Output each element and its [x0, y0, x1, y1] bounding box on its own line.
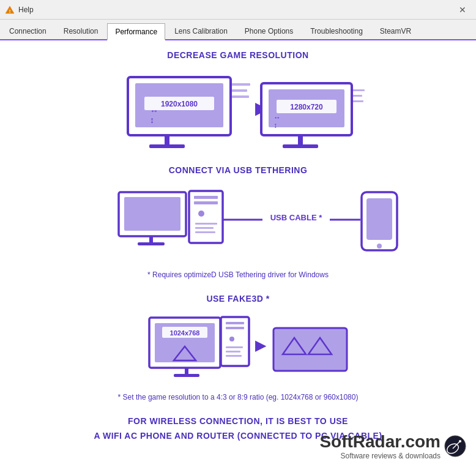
tab-connection[interactable]: Connection	[1, 22, 54, 39]
svg-rect-26	[138, 242, 165, 245]
svg-rect-43	[174, 374, 199, 377]
svg-rect-15	[283, 144, 318, 148]
content-area: DECREASE GAME RESOLUTION 1920x1080 ↔ ↕	[0, 40, 476, 470]
svg-rect-3	[149, 144, 185, 148]
close-button[interactable]: ✕	[454, 3, 471, 17]
svg-rect-40	[366, 198, 392, 240]
usb-tethering-section: CONNECT VIA USB TETHERING	[12, 165, 464, 279]
svg-text:↔: ↔	[273, 113, 281, 122]
title-bar: ! Help ✕	[0, 0, 476, 20]
svg-text:USB CABLE *: USB CABLE *	[270, 213, 322, 222]
svg-rect-11	[232, 89, 247, 92]
tab-resolution[interactable]: Resolution	[56, 22, 106, 39]
decrease-resolution-title: DECREASE GAME RESOLUTION	[167, 50, 308, 60]
svg-rect-50	[226, 322, 244, 324]
svg-point-52	[229, 337, 234, 341]
svg-text:↕: ↕	[273, 121, 277, 130]
svg-rect-22	[351, 89, 365, 91]
svg-rect-35	[195, 231, 215, 233]
window-title: Help	[18, 6, 34, 14]
svg-text:1920x1080: 1920x1080	[161, 100, 198, 108]
svg-text:↕: ↕	[150, 115, 154, 125]
svg-point-32	[198, 211, 204, 217]
tab-troubleshooting[interactable]: Troubleshooting	[302, 22, 371, 39]
app-icon: !	[5, 5, 15, 15]
svg-rect-54	[226, 351, 240, 352]
svg-text:!: !	[9, 9, 11, 14]
usb-tethering-diagram: USB CABLE *	[61, 180, 415, 266]
tab-bar: Connection Resolution Performance Lens C…	[0, 20, 476, 40]
svg-point-41	[377, 244, 382, 248]
fake3d-note: * Set the game resolution to a 4:3 or 8:…	[118, 393, 359, 401]
decrease-resolution-section: DECREASE GAME RESOLUTION 1920x1080 ↔ ↕	[12, 50, 464, 151]
svg-rect-30	[194, 196, 218, 199]
wireless-line2: A WIFI AC PHONE AND ROUTER (CONNECTED TO…	[94, 431, 382, 441]
svg-rect-51	[226, 327, 244, 329]
usb-tethering-note: * Requires optimizeD USB Tethering drive…	[147, 270, 329, 279]
svg-rect-24	[351, 100, 363, 102]
tab-phone-options[interactable]: Phone Options	[237, 22, 301, 39]
usb-tethering-title: CONNECT VIA USB TETHERING	[169, 165, 308, 175]
svg-rect-23	[351, 95, 362, 97]
svg-text:▶: ▶	[255, 337, 267, 353]
svg-text:↔: ↔	[150, 106, 158, 116]
wireless-line1: FOR WIRELESS CONNECTION, IT IS BEST TO U…	[128, 416, 348, 426]
svg-rect-57	[273, 328, 347, 371]
tab-steamvr[interactable]: SteamVR	[372, 22, 419, 39]
svg-rect-10	[232, 83, 250, 86]
svg-rect-53	[226, 346, 243, 348]
tab-performance[interactable]: Performance	[107, 23, 165, 40]
decrease-resolution-diagram: 1920x1080 ↔ ↕ ▶ 1280x720	[79, 65, 397, 151]
fake3d-diagram: 1024x768 ▶	[103, 308, 373, 388]
fake3d-section: USE FAKE3D * 1024x768	[12, 294, 464, 401]
svg-rect-31	[194, 201, 218, 204]
svg-rect-55	[226, 355, 242, 357]
fake3d-title: USE FAKE3D *	[206, 294, 269, 304]
svg-rect-28	[124, 197, 180, 231]
svg-rect-33	[195, 223, 217, 225]
wireless-section: FOR WIRELESS CONNECTION, IT IS BEST TO U…	[12, 416, 464, 441]
svg-rect-12	[232, 95, 249, 98]
svg-rect-34	[195, 227, 214, 229]
svg-text:1280x720: 1280x720	[290, 103, 323, 111]
tab-lens-calibration[interactable]: Lens Calibration	[166, 22, 236, 39]
title-bar-left: ! Help	[5, 5, 34, 15]
svg-text:1024x768: 1024x768	[170, 329, 200, 337]
